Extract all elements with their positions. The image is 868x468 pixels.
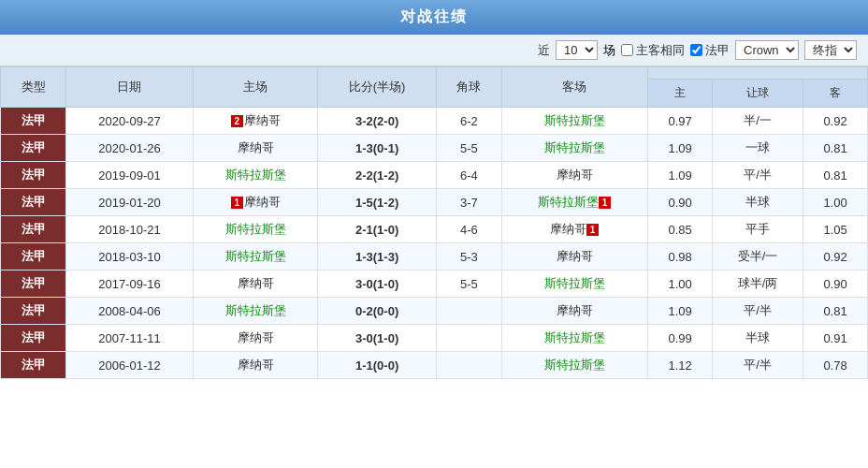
cell-home: 摩纳哥 [193, 271, 317, 298]
page-container: 对战往绩 近 5 10 15 20 场 主客相同 法甲 Crown 亚盘 欧赔 … [0, 0, 868, 379]
table-row: 法甲2020-09-272摩纳哥3-2(2-0)6-2斯特拉斯堡0.97半/一0… [1, 108, 868, 135]
table-row: 法甲2018-03-10斯特拉斯堡1-3(1-3)5-3摩纳哥0.98受半/一0… [1, 243, 868, 271]
cell-away: 斯特拉斯堡1 [501, 189, 647, 216]
header-row: 类型 日期 主场 比分(半场) 角球 客场 [1, 67, 868, 80]
cell-away-odds: 1.00 [803, 189, 868, 216]
near-label: 近 [538, 42, 550, 59]
col-main-odds: 主 [648, 80, 713, 108]
cell-let-ball: 球半/两 [713, 271, 803, 298]
cell-away: 摩纳哥1 [501, 216, 647, 243]
cell-home: 摩纳哥 [193, 325, 317, 352]
end-select[interactable]: 终指 初指 [804, 40, 857, 60]
col-home: 主场 [193, 67, 317, 108]
cell-home: 摩纳哥 [193, 352, 317, 379]
cell-score: 2-1(1-0) [318, 216, 436, 243]
near-select[interactable]: 5 10 15 20 [556, 40, 598, 60]
cell-home: 斯特拉斯堡 [193, 216, 317, 243]
field-label: 场 [603, 42, 615, 59]
table-row: 法甲2020-01-26摩纳哥1-3(0-1)5-5斯特拉斯堡1.09一球0.8… [1, 135, 868, 162]
cell-score: 1-3(0-1) [318, 135, 436, 162]
cell-away-odds: 0.81 [803, 298, 868, 325]
cell-type: 法甲 [1, 271, 66, 298]
cell-main-odds: 1.00 [648, 271, 713, 298]
col-date: 日期 [66, 67, 194, 108]
same-venue-checkbox-label[interactable]: 主客相同 [621, 42, 685, 59]
cell-date: 2020-01-26 [66, 135, 194, 162]
cell-corner [436, 352, 501, 379]
same-venue-label: 主客相同 [636, 42, 685, 59]
cell-away: 摩纳哥 [501, 243, 647, 271]
cell-date: 2007-11-11 [66, 325, 194, 352]
cell-corner: 6-2 [436, 108, 501, 135]
table-body: 法甲2020-09-272摩纳哥3-2(2-0)6-2斯特拉斯堡0.97半/一0… [1, 108, 868, 379]
cell-type: 法甲 [1, 352, 66, 379]
cell-main-odds: 1.09 [648, 298, 713, 325]
col-odds-group [648, 67, 868, 80]
cell-main-odds: 0.97 [648, 108, 713, 135]
cell-score: 3-2(2-0) [318, 108, 436, 135]
cell-score: 0-2(0-0) [318, 298, 436, 325]
main-table: 类型 日期 主场 比分(半场) 角球 客场 主 让球 客 法甲2020-09-2… [0, 66, 868, 379]
title-bar: 对战往绩 [0, 0, 868, 35]
cell-type: 法甲 [1, 135, 66, 162]
col-corner: 角球 [436, 67, 501, 108]
same-venue-checkbox[interactable] [621, 44, 633, 56]
cell-away: 斯特拉斯堡 [501, 271, 647, 298]
cell-away: 摩纳哥 [501, 298, 647, 325]
cell-corner: 5-5 [436, 271, 501, 298]
col-away: 客场 [501, 67, 647, 108]
cell-type: 法甲 [1, 243, 66, 271]
col-away-odds: 客 [803, 80, 868, 108]
cell-main-odds: 0.90 [648, 189, 713, 216]
cell-type: 法甲 [1, 298, 66, 325]
cell-let-ball: 半球 [713, 325, 803, 352]
league-label: 法甲 [705, 42, 730, 59]
col-let-ball: 让球 [713, 80, 803, 108]
cell-type: 法甲 [1, 162, 66, 189]
cell-score: 1-1(0-0) [318, 352, 436, 379]
cell-type: 法甲 [1, 189, 66, 216]
cell-corner: 5-3 [436, 243, 501, 271]
cell-corner: 4-6 [436, 216, 501, 243]
cell-away-odds: 0.91 [803, 325, 868, 352]
cell-home: 斯特拉斯堡 [193, 298, 317, 325]
cell-let-ball: 半/一 [713, 108, 803, 135]
cell-corner [436, 325, 501, 352]
cell-date: 2019-09-01 [66, 162, 194, 189]
cell-home: 斯特拉斯堡 [193, 243, 317, 271]
company-select[interactable]: Crown 亚盘 欧赔 [735, 40, 799, 60]
cell-corner: 3-7 [436, 189, 501, 216]
cell-corner: 5-5 [436, 135, 501, 162]
cell-score: 2-2(1-2) [318, 162, 436, 189]
cell-away: 摩纳哥 [501, 162, 647, 189]
cell-home: 斯特拉斯堡 [193, 162, 317, 189]
table-row: 法甲2017-09-16摩纳哥3-0(1-0)5-5斯特拉斯堡1.00球半/两0… [1, 271, 868, 298]
cell-away-odds: 0.92 [803, 108, 868, 135]
cell-away: 斯特拉斯堡 [501, 352, 647, 379]
table-row: 法甲2018-10-21斯特拉斯堡2-1(1-0)4-6摩纳哥10.85平手1.… [1, 216, 868, 243]
league-checkbox[interactable] [690, 44, 702, 56]
cell-corner [436, 298, 501, 325]
cell-score: 3-0(1-0) [318, 271, 436, 298]
cell-away-odds: 0.78 [803, 352, 868, 379]
cell-score: 1-5(1-2) [318, 189, 436, 216]
table-row: 法甲2007-11-11摩纳哥3-0(1-0)斯特拉斯堡0.99半球0.91 [1, 325, 868, 352]
cell-type: 法甲 [1, 108, 66, 135]
cell-corner: 6-4 [436, 162, 501, 189]
cell-let-ball: 平/半 [713, 162, 803, 189]
table-row: 法甲2019-01-201摩纳哥1-5(1-2)3-7斯特拉斯堡10.90半球1… [1, 189, 868, 216]
col-score: 比分(半场) [318, 67, 436, 108]
cell-home: 2摩纳哥 [193, 108, 317, 135]
page-title: 对战往绩 [400, 8, 468, 24]
cell-date: 2018-10-21 [66, 216, 194, 243]
cell-type: 法甲 [1, 216, 66, 243]
cell-let-ball: 平/半 [713, 352, 803, 379]
cell-away-odds: 1.05 [803, 216, 868, 243]
cell-let-ball: 平手 [713, 216, 803, 243]
cell-type: 法甲 [1, 325, 66, 352]
cell-home: 摩纳哥 [193, 135, 317, 162]
cell-main-odds: 1.12 [648, 352, 713, 379]
cell-let-ball: 平/半 [713, 298, 803, 325]
league-checkbox-label[interactable]: 法甲 [690, 42, 730, 59]
cell-away: 斯特拉斯堡 [501, 325, 647, 352]
